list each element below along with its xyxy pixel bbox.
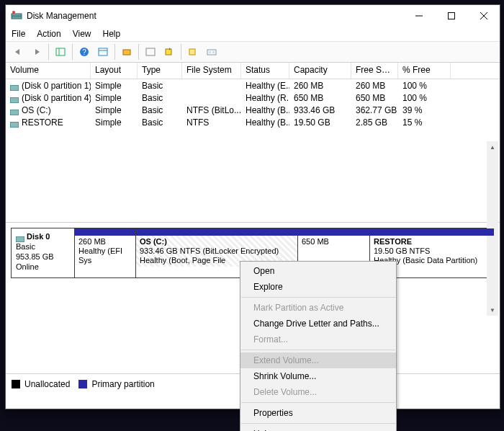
- volume-list-header: Volume Layout Type File System Status Ca…: [6, 63, 500, 79]
- legend-unallocated-swatch: [12, 380, 20, 388]
- volume-name: (Disk 0 partition 4): [22, 93, 91, 103]
- col-filesystem[interactable]: File System: [182, 63, 241, 79]
- window-controls: [402, 5, 500, 27]
- col-freespace[interactable]: Free Spa...: [351, 63, 398, 79]
- scroll-down-icon[interactable]: ▼: [487, 304, 498, 316]
- svg-rect-11: [99, 48, 107, 55]
- window-title: Disk Management: [27, 11, 402, 21]
- toolbar-icon-6[interactable]: [203, 43, 220, 61]
- toolbar-icon-1[interactable]: [94, 43, 112, 61]
- volume-row[interactable]: (Disk 0 partition 4) Simple Basic Health…: [6, 92, 500, 104]
- col-pctfree[interactable]: % Free: [398, 63, 451, 79]
- partition-title: RESTORE: [374, 237, 490, 246]
- scroll-up-icon[interactable]: ▲: [487, 141, 498, 153]
- svg-rect-7: [56, 48, 65, 55]
- toolbar-icon-4[interactable]: [161, 43, 178, 61]
- partition-line1: 260 MB: [78, 237, 132, 246]
- col-volume[interactable]: Volume: [6, 63, 91, 79]
- menu-file[interactable]: File: [12, 29, 25, 39]
- svg-rect-21: [10, 97, 19, 103]
- svg-rect-15: [166, 49, 171, 55]
- volume-row[interactable]: OS (C:) Simple Basic NTFS (BitLo... Heal…: [6, 104, 500, 116]
- menu-help[interactable]: Help: [103, 29, 121, 39]
- svg-rect-22: [10, 110, 19, 115]
- svg-rect-20: [10, 85, 19, 91]
- volume-row[interactable]: RESTORE Simple Basic NTFS Healthy (B... …: [6, 116, 500, 128]
- ctx-change-letter[interactable]: Change Drive Letter and Paths...: [240, 316, 396, 332]
- svg-text:?: ?: [82, 48, 86, 56]
- ctx-delete-volume: Delete Volume...: [240, 384, 396, 400]
- toolbar-icon-2[interactable]: [118, 43, 135, 61]
- disk-icon: [16, 234, 24, 240]
- volume-list: (Disk 0 partition 1) Simple Basic Health…: [6, 79, 500, 223]
- partition-title: OS (C:): [140, 237, 294, 246]
- col-type[interactable]: Type: [138, 63, 182, 79]
- partition-line1: 933.46 GB NTFS (BitLocker Encrypted): [140, 246, 294, 256]
- legend-unallocated-label: Unallocated: [24, 379, 70, 389]
- menu-action[interactable]: Action: [37, 29, 60, 39]
- ctx-open[interactable]: Open: [240, 263, 396, 279]
- disk-name: Disk 0: [27, 232, 50, 241]
- partition-line1: 650 MB: [302, 237, 366, 246]
- maximize-button[interactable]: [435, 5, 467, 27]
- ctx-help[interactable]: Help: [240, 426, 396, 431]
- disk-size: 953.85 GB: [16, 252, 54, 261]
- disk-info: Disk 0 Basic 953.85 GB Online: [12, 228, 75, 277]
- svg-rect-17: [207, 50, 216, 55]
- svg-rect-19: [212, 51, 215, 53]
- volume-name: RESTORE: [22, 117, 63, 128]
- volume-name: OS (C:): [22, 105, 51, 115]
- ctx-explore[interactable]: Explore: [240, 279, 396, 295]
- titlebar[interactable]: Disk Management: [6, 5, 500, 27]
- close-button[interactable]: [467, 5, 500, 27]
- minimize-button[interactable]: [402, 5, 435, 27]
- menu-separator: [241, 423, 395, 424]
- svg-rect-0: [12, 14, 22, 16]
- col-status[interactable]: Status: [241, 63, 289, 79]
- col-layout[interactable]: Layout: [91, 63, 138, 79]
- volume-icon: [10, 83, 19, 89]
- app-icon: [11, 10, 22, 22]
- col-capacity[interactable]: Capacity: [289, 63, 351, 79]
- volume-name: (Disk 0 partition 1): [22, 81, 91, 91]
- context-menu: Open Explore Mark Partition as Active Ch…: [240, 261, 397, 431]
- svg-rect-4: [448, 13, 454, 19]
- legend-primary-label: Primary partition: [91, 379, 154, 389]
- svg-rect-24: [16, 236, 24, 242]
- toolbar: ?: [6, 41, 500, 63]
- ctx-shrink-volume[interactable]: Shrink Volume...: [240, 368, 396, 384]
- back-button[interactable]: [9, 43, 27, 61]
- forward-button[interactable]: [28, 43, 45, 61]
- partition-line2: Healthy (EFI Sys: [78, 246, 132, 265]
- svg-rect-1: [12, 17, 22, 19]
- menu-separator: [241, 297, 395, 298]
- legend-primary-swatch: [78, 380, 87, 388]
- ctx-properties[interactable]: Properties: [240, 405, 396, 421]
- svg-rect-14: [146, 48, 155, 55]
- ctx-format: Format...: [240, 332, 396, 347]
- volume-row[interactable]: (Disk 0 partition 1) Simple Basic Health…: [6, 79, 500, 92]
- volume-icon: [10, 120, 19, 125]
- disk-type: Basic: [16, 242, 35, 251]
- help-icon[interactable]: ?: [76, 43, 93, 61]
- volume-icon: [10, 107, 19, 113]
- toolbar-icon-5[interactable]: [184, 43, 202, 61]
- menu-separator: [241, 402, 395, 403]
- svg-point-2: [12, 11, 15, 14]
- volume-icon: [10, 95, 19, 101]
- svg-rect-13: [123, 50, 130, 55]
- menu-separator: [241, 350, 395, 350]
- partition-efi[interactable]: 260 MB Healthy (EFI Sys: [75, 228, 136, 277]
- svg-rect-23: [10, 122, 19, 128]
- toolbar-icon-3[interactable]: [142, 43, 159, 61]
- svg-rect-16: [189, 49, 195, 55]
- disk-state: Online: [16, 262, 39, 271]
- menu-view[interactable]: View: [73, 29, 91, 39]
- ctx-mark-active: Mark Partition as Active: [240, 300, 396, 316]
- ctx-extend-volume: Extend Volume...: [240, 352, 396, 368]
- svg-rect-18: [209, 51, 211, 53]
- show-hide-console-tree-icon[interactable]: [52, 43, 69, 61]
- partition-line1: 19.50 GB NTFS: [374, 246, 490, 256]
- menu-bar: File Action View Help: [6, 27, 500, 41]
